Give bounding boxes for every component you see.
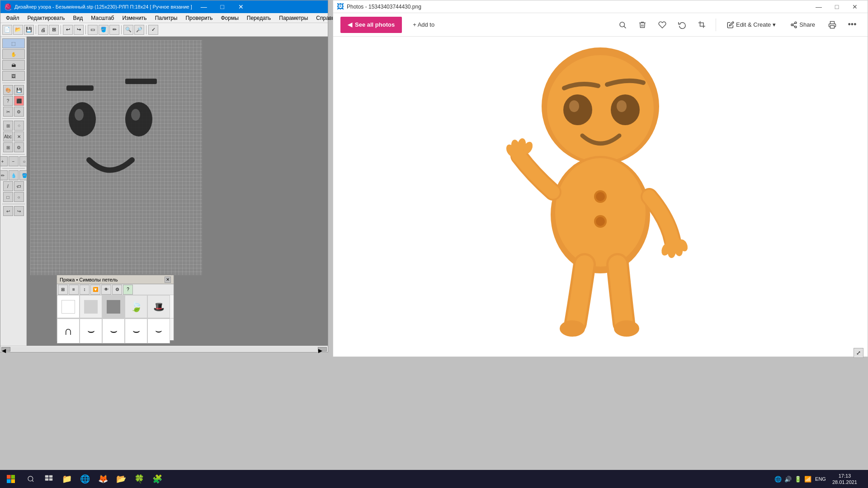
- tool-line[interactable]: /: [3, 181, 13, 191]
- tool-rect[interactable]: □: [3, 192, 13, 202]
- add-to-btn[interactable]: + Add to: [406, 17, 442, 33]
- menu-file[interactable]: Файл: [2, 14, 23, 22]
- tb-check[interactable]: ✓: [148, 25, 158, 35]
- tray-bluetooth-icon[interactable]: 📶: [804, 476, 811, 483]
- menu-change[interactable]: Изменить: [118, 14, 150, 22]
- tb-pencil[interactable]: ✏: [109, 25, 119, 35]
- clock[interactable]: 17:13 28.01.2021: [830, 473, 860, 486]
- sp-view-btn[interactable]: 👁: [101, 285, 111, 295]
- menu-scale[interactable]: Масштаб: [87, 14, 118, 22]
- tb-zoom-in[interactable]: 🔍: [123, 25, 133, 35]
- tray-volume-icon[interactable]: 🔊: [784, 476, 792, 483]
- edit-create-btn[interactable]: Edit & Create ▾: [722, 17, 781, 33]
- yarn-leaf[interactable]: 🍃: [125, 295, 147, 318]
- tray-network-icon[interactable]: 🌐: [774, 476, 782, 483]
- print-btn[interactable]: [824, 17, 840, 33]
- left-maximize-btn[interactable]: □: [213, 0, 231, 13]
- canvas-area[interactable]: Пряжа • Символы петель ✕ ⊞ ≡ ↕ 🔽 👁 ⚙ ?: [27, 37, 328, 346]
- scroll-track[interactable]: [10, 347, 318, 352]
- menu-send[interactable]: Передать: [243, 14, 275, 22]
- taskbar-file-manager[interactable]: 📁: [58, 470, 76, 488]
- right-close-btn[interactable]: ✕: [846, 0, 864, 13]
- favorite-btn[interactable]: [654, 17, 670, 33]
- stitch-sym-4[interactable]: ⌣: [125, 319, 147, 343]
- sp-grid-btn[interactable]: ⊞: [58, 285, 68, 295]
- taskbar-browser[interactable]: 🌐: [76, 470, 94, 488]
- tool-eraser[interactable]: ⬛: [14, 96, 24, 106]
- tool-ellipse[interactable]: ○: [14, 192, 24, 202]
- tool-redo2[interactable]: ↪: [14, 206, 24, 216]
- see-all-photos-btn[interactable]: ◀ See all photos: [340, 17, 402, 33]
- yarn-lgray[interactable]: [80, 295, 102, 318]
- left-scrollbar[interactable]: ◀ ▶: [0, 346, 328, 352]
- menu-shapes[interactable]: Формы: [217, 14, 242, 22]
- crop-btn[interactable]: [694, 17, 710, 33]
- tool-symbol[interactable]: Abc: [3, 131, 13, 141]
- taskbar-pattern-app[interactable]: 🧩: [148, 470, 166, 488]
- taskbar-search-btn[interactable]: [22, 470, 40, 488]
- menu-view[interactable]: Вид: [69, 14, 86, 22]
- share-btn[interactable]: Share: [785, 17, 821, 33]
- tb-print[interactable]: 🖨: [38, 25, 48, 35]
- right-minimize-btn[interactable]: —: [810, 0, 828, 13]
- tool-cross[interactable]: ✕: [14, 131, 24, 141]
- rotate-btn[interactable]: [674, 17, 690, 33]
- tool-tag[interactable]: 🏷: [14, 181, 24, 191]
- sp-more-btn[interactable]: ⚙: [112, 285, 122, 295]
- stitch-sym-3[interactable]: ⌣: [102, 319, 125, 343]
- tool-undo2[interactable]: ↩: [3, 206, 13, 216]
- stitch-panel-close[interactable]: ✕: [165, 277, 171, 283]
- yarn-hat[interactable]: 🎩: [147, 295, 170, 318]
- tool-hand[interactable]: ✋: [2, 49, 25, 59]
- tool-minus[interactable]: −: [9, 156, 19, 166]
- tool-dropper[interactable]: 💧: [9, 170, 19, 180]
- stitch-sym-5[interactable]: ⌣: [147, 319, 170, 343]
- tool-grid2[interactable]: ⊞: [3, 121, 13, 131]
- scroll-right-btn[interactable]: ▶: [318, 347, 327, 352]
- task-view-btn[interactable]: [40, 470, 58, 488]
- left-minimize-btn[interactable]: —: [195, 0, 213, 13]
- zoom-btn[interactable]: [614, 17, 631, 33]
- yarn-white[interactable]: [57, 295, 80, 318]
- stitch-sym-1[interactable]: ∩: [57, 319, 80, 343]
- taskbar-fox-browser[interactable]: 🦊: [94, 470, 112, 488]
- tool-help[interactable]: ?: [3, 96, 13, 106]
- menu-check[interactable]: Проверить: [182, 14, 216, 22]
- left-close-btn[interactable]: ✕: [232, 0, 250, 13]
- language-indicator[interactable]: ENG: [813, 476, 828, 482]
- menu-palette[interactable]: Палитры: [151, 14, 181, 22]
- tb-grid[interactable]: ⊞: [49, 25, 59, 35]
- tool-pattern[interactable]: ⊞: [3, 142, 13, 152]
- tool-palette[interactable]: 🎨: [3, 85, 13, 95]
- tool-image[interactable]: 🖼: [2, 71, 25, 81]
- tool-plus[interactable]: +: [0, 156, 8, 166]
- taskbar-explorer[interactable]: 📂: [112, 470, 130, 488]
- tool-gear[interactable]: ⚙: [14, 142, 24, 152]
- scroll-left-btn[interactable]: ◀: [1, 347, 10, 352]
- taskbar-green-app[interactable]: 🍀: [130, 470, 148, 488]
- right-maximize-btn[interactable]: □: [828, 0, 846, 13]
- tb-redo[interactable]: ↪: [74, 25, 84, 35]
- more-options-btn[interactable]: •••: [844, 17, 860, 33]
- sp-info-btn[interactable]: ?: [123, 285, 133, 295]
- tool-save2[interactable]: 💾: [14, 85, 24, 95]
- tool-scissors[interactable]: ✂: [3, 107, 13, 117]
- tb-save[interactable]: 💾: [24, 25, 34, 35]
- tb-zoom-out[interactable]: 🔎: [134, 25, 144, 35]
- menu-edit[interactable]: Редактировать: [24, 14, 69, 22]
- tool-pencil2[interactable]: ✏: [0, 170, 8, 180]
- sp-filter-btn[interactable]: 🔽: [90, 285, 100, 295]
- sp-sort-btn[interactable]: ↕: [80, 285, 90, 295]
- tool-settings[interactable]: ⚙: [14, 107, 24, 117]
- tb-undo[interactable]: ↩: [63, 25, 73, 35]
- resize-handle[interactable]: ⤢: [854, 348, 863, 358]
- tb-select[interactable]: ▭: [88, 25, 98, 35]
- sp-list-btn[interactable]: ≡: [69, 285, 79, 295]
- tray-battery-icon[interactable]: 🔋: [794, 476, 802, 483]
- start-button[interactable]: [0, 470, 22, 488]
- tb-open[interactable]: 📂: [13, 25, 23, 35]
- pattern-canvas[interactable]: [30, 40, 202, 275]
- tb-fill[interactable]: 🪣: [99, 25, 108, 35]
- tool-dots[interactable]: ⁘: [14, 121, 24, 131]
- tool-landscape[interactable]: 🏔: [2, 60, 25, 70]
